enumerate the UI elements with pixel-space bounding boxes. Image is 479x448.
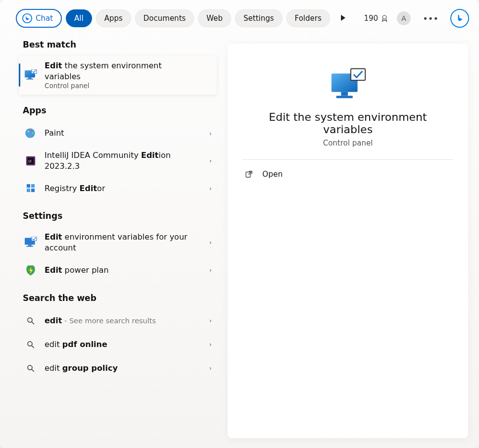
app-intellij-title: IntelliJ IDEA Community Edition 2023.2.3 <box>45 150 193 171</box>
detail-title: Edit the system environment variables <box>242 111 453 136</box>
svg-rect-5 <box>26 78 33 79</box>
svg-rect-17 <box>31 189 35 192</box>
svg-point-1 <box>383 15 386 19</box>
settings-item-env-user[interactable]: Edit environment variables for your acco… <box>19 227 217 258</box>
app-item-intellij[interactable]: IJ IntelliJ IDEA Community Edition 2023.… <box>19 145 217 176</box>
tab-all[interactable]: All <box>66 9 92 27</box>
detail-subtitle: Control panel <box>323 139 373 148</box>
detail-card: Edit the system environment variables Co… <box>228 44 468 438</box>
svg-point-10 <box>32 132 34 134</box>
svg-point-8 <box>28 131 29 132</box>
system-settings-large-icon <box>329 67 367 102</box>
user-avatar[interactable]: A <box>397 11 411 25</box>
best-match-item[interactable]: Edit the system environment variables Co… <box>19 55 217 95</box>
web-pdf-title: edit pdf online <box>45 339 107 350</box>
app-item-paint[interactable]: Paint › <box>19 121 217 145</box>
section-heading-apps: Apps <box>23 105 217 115</box>
svg-rect-15 <box>31 184 35 188</box>
svg-point-9 <box>30 130 32 131</box>
chevron-right-icon: › <box>209 266 212 274</box>
power-plan-icon <box>24 263 38 277</box>
chevron-right-icon: › <box>209 157 212 164</box>
system-settings-icon <box>24 236 38 249</box>
search-icon <box>24 338 38 351</box>
web-item-edit[interactable]: edit - See more search results › <box>19 309 217 333</box>
svg-text:IJ: IJ <box>28 159 31 163</box>
svg-rect-19 <box>28 245 32 246</box>
tab-web[interactable]: Web <box>198 9 231 27</box>
tabs-overflow-button[interactable] <box>336 12 350 25</box>
settings-env-user-title: Edit environment variables for your acco… <box>45 232 193 253</box>
web-item-group-policy[interactable]: edit group policy › <box>19 356 217 380</box>
section-heading-best-match: Best match <box>23 40 217 50</box>
svg-rect-29 <box>341 92 348 96</box>
web-gp-title: edit group policy <box>45 363 118 374</box>
chevron-right-icon: › <box>209 341 212 348</box>
tab-folders[interactable]: Folders <box>287 9 330 27</box>
svg-rect-31 <box>351 69 365 80</box>
section-heading-settings: Settings <box>23 211 217 221</box>
search-icon <box>24 314 38 328</box>
chevron-right-icon: › <box>209 239 212 246</box>
svg-line-23 <box>32 322 34 324</box>
bing-chat-icon <box>22 13 33 24</box>
top-tab-bar: Chat All Apps Documents Web Settings Fol… <box>0 0 479 35</box>
bing-icon <box>455 13 465 23</box>
tab-documents[interactable]: Documents <box>135 9 194 27</box>
content-area: Best match Edit the system en <box>0 35 479 448</box>
web-item-pdf[interactable]: edit pdf online › <box>19 333 217 356</box>
play-arrow-icon <box>340 14 346 21</box>
svg-point-26 <box>28 365 32 370</box>
divider <box>242 159 453 160</box>
section-heading-web: Search the web <box>23 293 217 303</box>
tab-settings[interactable]: Settings <box>235 9 283 27</box>
best-match-subtitle: Control panel <box>45 82 193 90</box>
svg-rect-30 <box>336 96 353 98</box>
app-regedit-title: Registry Editor <box>45 183 105 194</box>
bing-launch-button[interactable] <box>450 9 469 28</box>
chevron-right-icon: › <box>209 130 212 137</box>
svg-line-25 <box>32 346 34 348</box>
svg-rect-32 <box>246 172 250 178</box>
system-settings-icon <box>24 68 38 82</box>
chevron-right-icon: › <box>209 185 212 192</box>
open-external-icon <box>244 170 253 179</box>
avatar-initial: A <box>401 14 406 22</box>
medal-icon <box>380 14 389 23</box>
web-edit-title: edit - See more search results <box>45 315 156 326</box>
search-window: Chat All Apps Documents Web Settings Fol… <box>0 0 479 448</box>
intellij-icon: IJ <box>24 154 38 168</box>
best-match-title: Edit the system environment variables <box>45 60 193 82</box>
ellipsis-icon: ••• <box>423 13 438 24</box>
open-label: Open <box>262 170 283 179</box>
rewards-value: 190 <box>364 14 379 23</box>
svg-rect-6 <box>32 69 37 74</box>
open-action[interactable]: Open <box>242 164 453 185</box>
app-item-regedit[interactable]: Registry Editor › <box>19 176 217 200</box>
app-paint-title: Paint <box>45 128 64 139</box>
svg-point-22 <box>28 318 32 322</box>
chat-label: Chat <box>36 14 53 23</box>
search-icon <box>24 361 38 375</box>
paint-icon <box>24 126 38 140</box>
more-options-button[interactable]: ••• <box>419 11 442 26</box>
svg-rect-16 <box>27 189 30 192</box>
rewards-points[interactable]: 190 <box>364 14 389 23</box>
svg-point-24 <box>28 342 32 346</box>
chevron-right-icon: › <box>209 364 212 372</box>
svg-rect-4 <box>28 77 32 79</box>
tab-apps[interactable]: Apps <box>96 9 131 27</box>
svg-rect-20 <box>26 246 33 247</box>
registry-editor-icon <box>24 181 38 195</box>
svg-line-27 <box>32 369 34 372</box>
detail-pane: Edit the system environment variables Co… <box>223 35 479 448</box>
results-list: Best match Edit the system en <box>0 35 223 448</box>
svg-rect-14 <box>27 184 30 188</box>
settings-item-power-plan[interactable]: Edit power plan › <box>19 258 217 282</box>
svg-rect-21 <box>32 237 37 241</box>
settings-power-title: Edit power plan <box>45 265 109 276</box>
chat-button[interactable]: Chat <box>16 9 62 28</box>
chevron-right-icon: › <box>209 317 212 324</box>
